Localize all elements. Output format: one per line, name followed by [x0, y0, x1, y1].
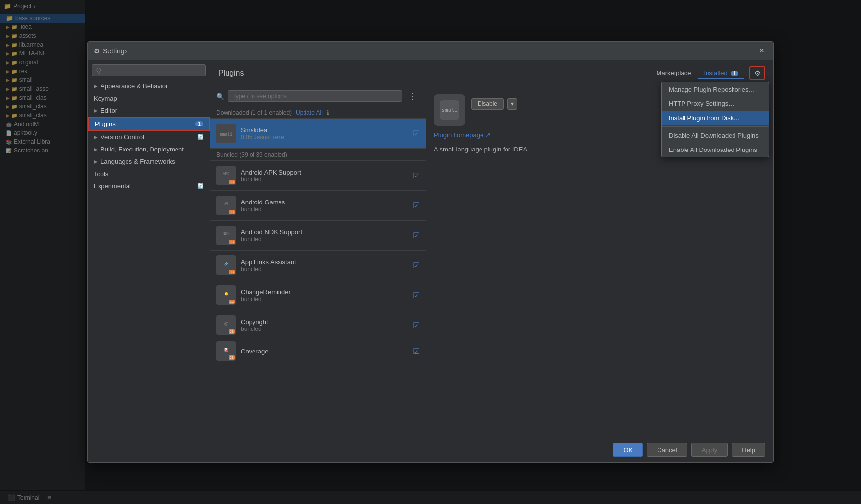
- tab-marketplace[interactable]: Marketplace: [651, 67, 697, 79]
- plugins-title: Plugins: [218, 69, 244, 77]
- plugin-detail-icon: smali: [434, 94, 465, 126]
- plugin-search-input[interactable]: [228, 90, 402, 102]
- svg-text:©: ©: [224, 321, 228, 327]
- update-all-link[interactable]: Update All: [296, 109, 323, 116]
- plugin-name-copyright: Copyright: [241, 318, 408, 326]
- plugin-icon-smalidea: smali: [216, 124, 236, 143]
- dialog-titlebar: ⚙ Settings ×: [88, 42, 773, 60]
- arrow-icon: ▶: [94, 159, 98, 164]
- sidebar-item-languages[interactable]: ▶ Languages & Frameworks: [88, 155, 210, 168]
- plugin-icon-android-games: 🎮 JB: [216, 196, 236, 215]
- nav-label-editor: Editor: [101, 107, 117, 114]
- sidebar-item-version-control[interactable]: ▶ Version Control 🔄: [88, 131, 210, 143]
- installed-badge: 1: [731, 71, 738, 76]
- nav-label-plugins: Plugins: [95, 120, 116, 127]
- jb-badge: JB: [229, 300, 235, 304]
- plugin-subtitle-app-links: bundled: [241, 266, 408, 273]
- plugin-checkbox-changereminder[interactable]: ☑: [413, 291, 420, 300]
- tab-installed-label: Installed: [704, 69, 727, 76]
- dropdown-item-enable-all[interactable]: Enable All Downloaded Plugins: [662, 143, 769, 157]
- sidebar-item-experimental[interactable]: Experimental 🔄: [88, 180, 210, 192]
- plugin-info-android-games: Android Games bundled: [241, 199, 408, 213]
- plugin-item-app-links[interactable]: 🔗 JB App Links Assistant bundled ☑: [210, 251, 426, 280]
- nav-label-tools: Tools: [94, 170, 108, 177]
- plugin-checkbox-app-links[interactable]: ☑: [413, 261, 420, 270]
- svg-text:smali: smali: [219, 132, 232, 137]
- dialog-close-button[interactable]: ×: [756, 45, 767, 57]
- dropdown-menu: Manage Plugin Repositories… HTTP Proxy S…: [661, 82, 769, 157]
- search-icon: 🔍: [216, 93, 224, 100]
- plugins-badge: 1: [195, 121, 203, 126]
- plugin-subtitle-changereminder: bundled: [241, 296, 408, 302]
- more-options-button[interactable]: ⋮: [406, 91, 420, 102]
- plugin-item-coverage[interactable]: 📊 JB Coverage ☑: [210, 340, 426, 362]
- sidebar-item-keymap[interactable]: Keymap: [88, 92, 210, 104]
- dropdown-item-manage-repos[interactable]: Manage Plugin Repositories…: [662, 82, 769, 97]
- plugin-info-changereminder: ChangeReminder bundled: [241, 288, 408, 302]
- dropdown-item-disable-all[interactable]: Disable All Downloaded Plugins: [662, 128, 769, 143]
- sidebar-item-tools[interactable]: Tools: [88, 168, 210, 180]
- plugins-header: Plugins Marketplace Installed 1 ⚙ Manage…: [210, 60, 773, 86]
- dialog-title-area: ⚙ Settings: [94, 47, 128, 55]
- plugin-checkbox-smalidea[interactable]: ☑: [413, 129, 420, 138]
- plugin-name-changereminder: ChangeReminder: [241, 288, 408, 296]
- jb-badge: JB: [229, 355, 235, 360]
- sidebar-item-appearance[interactable]: ▶ Appearance & Behavior: [88, 80, 210, 92]
- svg-text:APK: APK: [223, 172, 229, 175]
- sync-icon: 🔄: [197, 134, 204, 140]
- plugin-item-changereminder[interactable]: 🔔 JB ChangeReminder bundled ☑: [210, 280, 426, 310]
- plugin-checkbox-copyright[interactable]: ☑: [413, 321, 420, 330]
- nav-label-appearance: Appearance & Behavior: [101, 82, 168, 90]
- plugin-item-android-ndk[interactable]: NDK JB Android NDK Support bundled ☑: [210, 221, 426, 251]
- arrow-icon: ▶: [94, 83, 98, 89]
- settings-search-input[interactable]: [92, 64, 206, 76]
- dropdown-separator: [662, 126, 769, 127]
- help-button[interactable]: Help: [732, 443, 765, 457]
- plugin-checkbox-android-ndk[interactable]: ☑: [413, 231, 420, 240]
- nav-label-experimental: Experimental: [94, 182, 131, 190]
- plugin-search-bar: 🔍 ⋮: [210, 86, 426, 106]
- plugin-name-app-links: App Links Assistant: [241, 258, 408, 266]
- jb-badge: JB: [229, 329, 235, 334]
- plugin-subtitle-android-games: bundled: [241, 206, 408, 213]
- plugin-list: 🔍 ⋮ Downloaded (1 of 1 enabled) Update A…: [210, 86, 426, 437]
- bundled-section-header: Bundled (39 of 39 enabled): [210, 149, 426, 161]
- ok-button[interactable]: OK: [613, 443, 643, 457]
- info-icon: ℹ: [327, 109, 329, 116]
- plugin-checkbox-coverage[interactable]: ☑: [413, 347, 420, 356]
- disable-dropdown-button[interactable]: ▾: [507, 98, 517, 110]
- plugin-info-coverage: Coverage: [241, 348, 408, 355]
- sidebar-item-build[interactable]: ▶ Build, Execution, Deployment: [88, 143, 210, 155]
- plugin-version-smalidea: 0.05 JesusFreke: [241, 134, 408, 141]
- cancel-button[interactable]: Cancel: [647, 443, 687, 457]
- plugin-item-android-games[interactable]: 🎮 JB Android Games bundled ☑: [210, 191, 426, 221]
- plugin-info-android-apk: Android APK Support bundled: [241, 169, 408, 183]
- settings-main-panel: Plugins Marketplace Installed 1 ⚙ Manage…: [210, 60, 773, 437]
- plugin-icon-android-ndk: NDK JB: [216, 226, 236, 245]
- sidebar-item-plugins[interactable]: Plugins 1: [88, 117, 210, 131]
- detail-plugin-logo: smali: [440, 100, 459, 120]
- gear-settings-button[interactable]: ⚙: [749, 66, 765, 80]
- plugin-item-smalidea[interactable]: smali Smalidea 0.05 JesusFreke: [210, 119, 426, 149]
- dialog-body: ▶ Appearance & Behavior Keymap ▶ Editor …: [88, 60, 773, 437]
- plugin-icon-app-links: 🔗 JB: [216, 255, 236, 275]
- jb-badge: JB: [229, 270, 235, 274]
- plugin-checkbox-android-games[interactable]: ☑: [413, 201, 420, 210]
- plugin-item-copyright[interactable]: © JB Copyright bundled ☑: [210, 310, 426, 340]
- nav-label-keymap: Keymap: [94, 95, 117, 102]
- arrow-icon: ▶: [94, 147, 98, 152]
- tab-installed[interactable]: Installed 1: [698, 67, 744, 79]
- svg-text:🔗: 🔗: [224, 261, 228, 266]
- plugin-item-android-apk[interactable]: APK JB Android APK Support bundled ☑: [210, 161, 426, 191]
- apply-button[interactable]: Apply: [691, 443, 728, 457]
- jb-badge: JB: [229, 180, 235, 184]
- plugin-icon-coverage: 📊 JB: [216, 341, 236, 361]
- dropdown-item-http-proxy[interactable]: HTTP Proxy Settings…: [662, 97, 769, 111]
- plugin-info-smalidea: Smalidea 0.05 JesusFreke: [241, 126, 408, 141]
- dropdown-item-install-disk[interactable]: Install Plugin from Disk…: [662, 111, 769, 125]
- disable-button[interactable]: Disable: [471, 98, 504, 110]
- sidebar-item-editor[interactable]: ▶ Editor: [88, 104, 210, 117]
- nav-label-version-control: Version Control: [101, 133, 144, 141]
- plugin-name-android-apk: Android APK Support: [241, 169, 408, 176]
- plugin-checkbox-android-apk[interactable]: ☑: [413, 171, 420, 180]
